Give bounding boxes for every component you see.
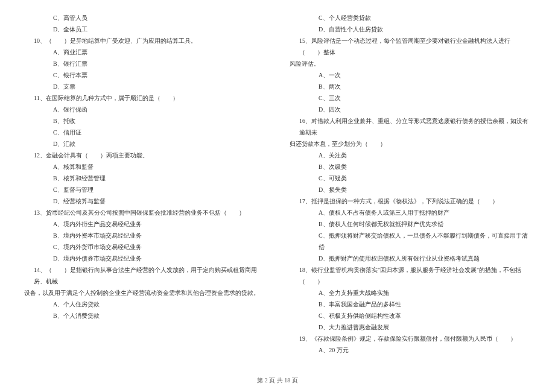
option-text: A、境内外衍生产品交易经纪业务 [24, 218, 265, 230]
option-text: B、次级类 [290, 161, 531, 172]
page-footer: 第 2 页 共 18 页 [0, 376, 555, 385]
option-text: B、丰富我国金融产品的多样性 [290, 299, 531, 310]
question-text: 14、（ ）是指银行向从事合法生产经营的个人发放的，用于定向购买或租赁商用房、机… [24, 264, 265, 287]
option-text: D、境内外债券市场交易经纪业务 [24, 253, 265, 264]
right-column: C、个人经营类贷款D、自营性个人住房贷款15、风险评估是一个动态过程，每个监管周… [290, 12, 531, 362]
option-text: C、监督与管理 [24, 184, 265, 195]
option-text: D、大力推进普惠金融发展 [290, 321, 531, 333]
option-text: A、商业汇票 [24, 46, 265, 58]
option-text: B、银行汇票 [24, 58, 265, 69]
question-continuation: 风险评估。 [290, 58, 531, 69]
option-text: D、抵押财产的使用权归债权人所有银行业从业资格考试真题 [290, 253, 531, 264]
option-text: D、全体员工 [24, 24, 265, 35]
option-text: C、境内外货币市场交易经纪业务 [24, 241, 265, 253]
option-text: B、核算和经营管理 [24, 172, 265, 184]
option-text: A、核算和监督 [24, 161, 265, 172]
question-text: 12、金融会计具有（ ）两项主要功能。 [24, 150, 265, 161]
option-text: D、四次 [290, 104, 531, 115]
option-text: D、支票 [24, 81, 265, 92]
question-text: 19、《存款保险条例》规定，存款保险实行限额偿付，偿付限额为人民币（ ） [290, 333, 531, 344]
question-text: 15、风险评估是一个动态过程，每个监管周期至少要对银行业金融机构法人进行（ ）整… [290, 35, 531, 58]
option-text: D、汇款 [24, 138, 265, 150]
question-text: 11、在国际结算的几种方式中，属于顺汇的是（ ） [24, 92, 265, 104]
option-text: A、个人住房贷款 [24, 299, 265, 310]
option-text: C、三次 [290, 92, 531, 104]
option-text: C、信用证 [24, 127, 265, 138]
question-text: 18、银行业监管机构贯彻落实"回归本源，服从服务于经济社会发展"的措施，不包括（… [290, 264, 531, 287]
option-text: C、银行本票 [24, 69, 265, 81]
option-text: A、银行保函 [24, 104, 265, 115]
left-column: C、高管人员D、全体员工10、（ ）是异地结算中广受欢迎、广为应用的结算工具。A… [24, 12, 265, 362]
option-text: B、托收 [24, 115, 265, 127]
question-continuation: 设备，以及用于满足个人控制的企业生产经营流动资金需求和其他合理资金需求的贷款。 [24, 287, 265, 299]
option-text: A、20 万元 [290, 344, 531, 356]
question-text: 17、抵押是担保的一种方式，根据《物权法》，下列说法正确的是（ ） [290, 195, 531, 207]
option-text: D、损失类 [290, 184, 531, 195]
option-text: B、个人消费贷款 [24, 310, 265, 321]
option-text: A、全力支持重大战略实施 [290, 287, 531, 299]
option-text: D、自营性个人住房贷款 [290, 24, 531, 35]
option-text: C、可疑类 [290, 172, 531, 184]
question-continuation: 归还贷款本息，至少划分为（ ） [290, 138, 531, 150]
option-text: D、经营核算与监督 [24, 195, 265, 207]
question-text: 10、（ ）是异地结算中广受欢迎、广为应用的结算工具。 [24, 35, 265, 46]
option-text: B、债权人任何时候都无权就抵押财产优先求偿 [290, 218, 531, 230]
option-text: C、抵押须将财产移交给债权人，一旦债务人不能履行到期债务，可直接用于清偿 [290, 230, 531, 253]
question-text: 16、对借款人利用企业兼并、重组、分立等形式恶意逃废银行债务的授信余额，如没有逾… [290, 115, 531, 138]
option-text: B、两次 [290, 81, 531, 92]
option-text: B、境内外资本市场交易经纪业务 [24, 230, 265, 241]
question-text: 13、货币经纪公司及其分公司按照中国银保监会批准经营的业务不包括（ ） [24, 207, 265, 218]
option-text: C、高管人员 [24, 12, 265, 24]
option-text: A、债权人不占有债务人或第三人用于抵押的财产 [290, 207, 531, 218]
option-text: C、积极支持供给侧结构性改革 [290, 310, 531, 321]
option-text: A、一次 [290, 69, 531, 81]
option-text: A、关注类 [290, 150, 531, 161]
option-text: C、个人经营类贷款 [290, 12, 531, 24]
